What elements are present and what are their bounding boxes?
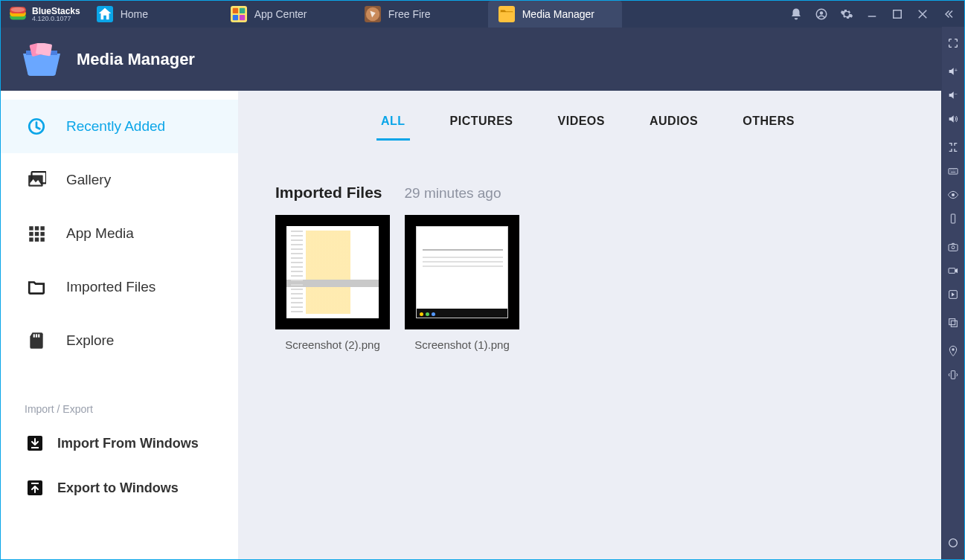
svg-rect-29 [38, 334, 39, 337]
account-button[interactable] [812, 5, 830, 23]
screenshot-button[interactable] [942, 235, 964, 259]
svg-text:+: + [955, 68, 958, 73]
svg-rect-22 [35, 232, 39, 236]
sidebar-import-from-windows[interactable]: Import From Windows [1, 421, 238, 466]
import-export-heading: Import / Export [1, 367, 238, 421]
file-name: Screenshot (1).png [414, 338, 510, 351]
eye-button[interactable] [942, 183, 964, 207]
free-fire-icon [365, 6, 381, 22]
body: Recently Added Gallery App Media Importe… [1, 91, 941, 559]
tab-home[interactable]: Home [86, 1, 220, 28]
filter-others[interactable]: OTHERS [738, 104, 799, 141]
section-timestamp: 29 minutes ago [405, 185, 501, 202]
filter-videos[interactable]: VIDEOS [554, 104, 609, 141]
fullscreen-button[interactable] [942, 31, 964, 55]
svg-rect-26 [40, 237, 44, 241]
tab-label: Media Manager [522, 8, 594, 20]
record-button[interactable] [942, 259, 964, 283]
titlebar-controls [787, 5, 964, 23]
bluestacks-logo: BlueStacks 4.120.0.1077 [1, 4, 86, 24]
tab-label: App Center [254, 8, 307, 20]
keyboard-button[interactable] [942, 159, 964, 183]
rotate-button[interactable] [942, 207, 964, 231]
thumbnail-image [405, 215, 519, 329]
title-bar: BlueStacks 4.120.0.1077 Home App Center … [1, 1, 964, 28]
main-panel: ALL PICTURES VIDEOS AUDIOS OTHERS Import… [238, 91, 941, 559]
sidebar-item-label: Gallery [66, 172, 111, 188]
svg-rect-20 [40, 226, 44, 230]
location-button[interactable] [942, 339, 964, 363]
tab-media-manager[interactable]: Media Manager [488, 1, 622, 28]
home-button[interactable] [942, 531, 964, 555]
file-thumbnail[interactable]: Screenshot (2).png [275, 215, 390, 351]
shake-button[interactable] [942, 363, 964, 387]
svg-rect-19 [35, 226, 39, 230]
svg-rect-24 [29, 237, 33, 241]
svg-point-3 [11, 7, 25, 13]
svg-point-43 [952, 348, 954, 350]
maximize-button[interactable] [888, 5, 906, 23]
sidebar-item-label: Export to Windows [57, 480, 179, 496]
volume-up-button[interactable]: + [942, 59, 964, 83]
brand-name: BlueStacks [32, 7, 80, 16]
volume-button[interactable] [942, 107, 964, 131]
brand-version: 4.120.0.1077 [32, 16, 80, 22]
sidebar-item-label: App Media [66, 225, 134, 242]
svg-rect-12 [894, 10, 902, 19]
sidebar-item-app-media[interactable]: App Media [1, 207, 238, 260]
section-title: Imported Files [275, 184, 382, 202]
keymap-button[interactable] [942, 135, 964, 159]
folder-icon [498, 6, 515, 22]
svg-rect-25 [35, 237, 39, 241]
svg-rect-36 [951, 214, 955, 223]
svg-point-38 [952, 246, 955, 249]
filter-tabs: ALL PICTURES VIDEOS AUDIOS OTHERS [238, 91, 941, 141]
sidebar-item-imported-files[interactable]: Imported Files [1, 260, 238, 314]
sidebar-item-gallery[interactable]: Gallery [1, 153, 238, 207]
close-button[interactable] [914, 5, 932, 23]
svg-rect-37 [949, 245, 958, 251]
svg-rect-34 [949, 169, 958, 174]
tab-label: Free Fire [388, 8, 431, 20]
minimize-button[interactable] [863, 5, 881, 23]
filter-audios[interactable]: AUDIOS [645, 104, 702, 141]
page-title: Media Manager [77, 50, 195, 69]
sidebar-item-explore[interactable]: Explore [1, 314, 238, 367]
svg-rect-44 [951, 371, 955, 379]
file-name: Screenshot (2).png [285, 338, 380, 351]
svg-point-10 [820, 11, 824, 15]
svg-rect-6 [232, 15, 237, 20]
clock-icon [26, 116, 47, 137]
right-toolbar: + − [942, 27, 964, 559]
tab-free-fire[interactable]: Free Fire [354, 1, 488, 28]
sd-card-icon [26, 330, 47, 351]
multi-instance-button[interactable] [942, 311, 964, 335]
filter-all[interactable]: ALL [376, 104, 410, 141]
app-center-icon [231, 6, 247, 22]
sidebar-item-recently-added[interactable]: Recently Added [1, 100, 238, 153]
svg-rect-4 [232, 8, 237, 13]
files-section: Imported Files 29 minutes ago Screenshot… [238, 141, 941, 351]
settings-button[interactable] [838, 5, 856, 23]
svg-rect-23 [40, 232, 44, 236]
svg-text:−: − [955, 91, 958, 97]
thumbnail-grid: Screenshot (2).png Screenshot (1).png [275, 215, 904, 351]
notifications-button[interactable] [787, 5, 805, 23]
macro-button[interactable] [942, 283, 964, 306]
export-icon [26, 479, 44, 497]
app-header: Media Manager [1, 28, 964, 91]
sidebar-export-to-windows[interactable]: Export to Windows [1, 466, 238, 510]
sidebar-item-label: Imported Files [66, 279, 156, 295]
import-icon [26, 434, 44, 452]
svg-rect-42 [951, 321, 957, 326]
sidebar-item-label: Import From Windows [57, 436, 199, 451]
volume-down-button[interactable]: − [942, 83, 964, 107]
home-icon [97, 6, 113, 22]
collapse-sidebar-button[interactable] [939, 5, 957, 23]
svg-rect-11 [868, 16, 876, 17]
svg-rect-39 [949, 268, 955, 274]
tab-app-center[interactable]: App Center [220, 1, 354, 28]
file-thumbnail[interactable]: Screenshot (1).png [405, 215, 519, 351]
filter-pictures[interactable]: PICTURES [446, 104, 518, 141]
sidebar: Recently Added Gallery App Media Importe… [1, 91, 238, 559]
